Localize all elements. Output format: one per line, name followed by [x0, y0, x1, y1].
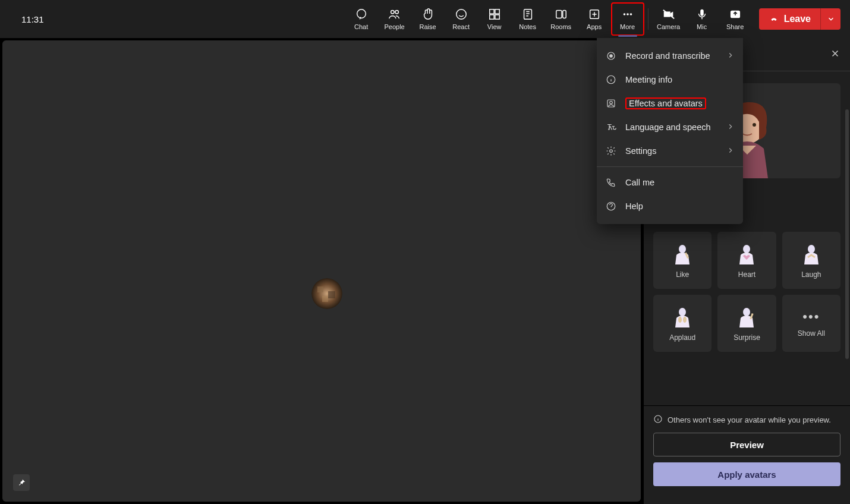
preview-button[interactable]: Preview — [653, 433, 840, 456]
preview-info-text: Others won't see your avatar while you p… — [668, 415, 831, 424]
svg-rect-6 — [489, 15, 493, 19]
svg-point-35 — [743, 245, 750, 253]
menu-help[interactable]: Help — [597, 194, 743, 218]
svg-rect-4 — [489, 10, 493, 14]
menu-meeting-info[interactable]: Meeting info — [597, 68, 743, 92]
pin-button[interactable] — [13, 474, 30, 491]
chevron-right-icon — [726, 122, 735, 133]
notes-button[interactable]: Notes — [511, 2, 544, 36]
svg-point-27 — [610, 150, 613, 153]
gear-icon — [605, 146, 617, 156]
menu-settings[interactable]: Settings — [597, 139, 743, 163]
meeting-toolbar: Chat People Raise React View Notes Rooms — [345, 2, 752, 36]
svg-point-31 — [753, 123, 756, 127]
view-button[interactable]: View — [478, 2, 511, 36]
menu-record-transcribe[interactable]: Record and transcribe — [597, 44, 743, 68]
svg-point-13 — [627, 13, 629, 15]
svg-point-14 — [629, 13, 632, 15]
help-icon — [605, 201, 617, 212]
svg-point-18 — [311, 278, 342, 309]
svg-point-39 — [683, 317, 687, 323]
menu-effects-avatars[interactable]: Effects and avatars — [597, 92, 743, 115]
people-button[interactable]: People — [378, 2, 411, 36]
svg-point-33 — [679, 245, 686, 253]
raise-hand-button[interactable]: Raise — [411, 2, 445, 36]
svg-rect-21 — [322, 296, 328, 302]
panel-scrollbar[interactable] — [845, 109, 849, 359]
meeting-stage — [2, 40, 641, 502]
svg-point-12 — [623, 13, 625, 15]
svg-rect-9 — [556, 11, 561, 18]
menu-separator — [597, 166, 743, 167]
ellipsis-icon: ••• — [802, 309, 820, 325]
svg-point-23 — [610, 55, 613, 58]
more-button[interactable]: More — [611, 2, 644, 36]
camera-button[interactable]: Camera — [652, 2, 685, 36]
apply-avatars-button[interactable]: Apply avatars — [653, 462, 840, 486]
more-menu: Record and transcribe Meeting info Effec… — [597, 38, 743, 224]
svg-rect-5 — [495, 10, 499, 14]
avatar-icon — [605, 98, 617, 109]
svg-rect-20 — [328, 291, 335, 298]
apps-button[interactable]: Apps — [578, 2, 611, 36]
toolbar-divider — [648, 8, 648, 30]
svg-rect-8 — [524, 10, 531, 20]
reaction-surprise[interactable]: Surprise — [717, 295, 776, 352]
svg-point-3 — [456, 10, 466, 20]
reaction-laugh[interactable]: Laugh — [782, 232, 840, 289]
menu-call-me[interactable]: Call me — [597, 171, 743, 194]
chat-button[interactable]: Chat — [345, 2, 378, 36]
svg-rect-7 — [495, 15, 499, 19]
phone-icon — [605, 177, 617, 188]
mic-button[interactable]: Mic — [685, 2, 719, 36]
info-icon — [605, 74, 617, 85]
participant-avatar[interactable] — [311, 278, 342, 309]
record-icon — [605, 51, 617, 61]
info-icon — [653, 414, 663, 426]
language-icon — [605, 122, 617, 133]
svg-point-38 — [678, 317, 682, 323]
leave-options-button[interactable] — [820, 8, 840, 30]
svg-rect-41 — [750, 313, 754, 319]
reaction-like[interactable]: Like — [653, 232, 712, 289]
chevron-right-icon — [726, 51, 735, 61]
svg-rect-10 — [562, 11, 566, 18]
menu-language-speech[interactable]: Language and speech — [597, 115, 743, 139]
reaction-heart[interactable]: Heart — [717, 232, 776, 289]
svg-point-1 — [391, 11, 394, 14]
close-panel-button[interactable] — [830, 48, 840, 61]
leave-button[interactable]: Leave — [759, 8, 820, 30]
reaction-applaud[interactable]: Applaud — [653, 295, 712, 352]
svg-point-2 — [395, 11, 399, 14]
rooms-button[interactable]: Rooms — [544, 2, 578, 36]
chevron-right-icon — [726, 146, 735, 156]
meeting-time: 11:31 — [21, 14, 44, 24]
react-button[interactable]: React — [445, 2, 478, 36]
reaction-show-all[interactable]: ••• Show All — [782, 295, 840, 352]
svg-point-26 — [610, 101, 613, 104]
svg-point-37 — [679, 308, 686, 316]
svg-point-40 — [743, 308, 750, 316]
svg-point-36 — [808, 245, 815, 253]
svg-rect-19 — [317, 286, 323, 292]
share-button[interactable]: Share — [719, 2, 752, 36]
svg-rect-16 — [700, 10, 704, 16]
